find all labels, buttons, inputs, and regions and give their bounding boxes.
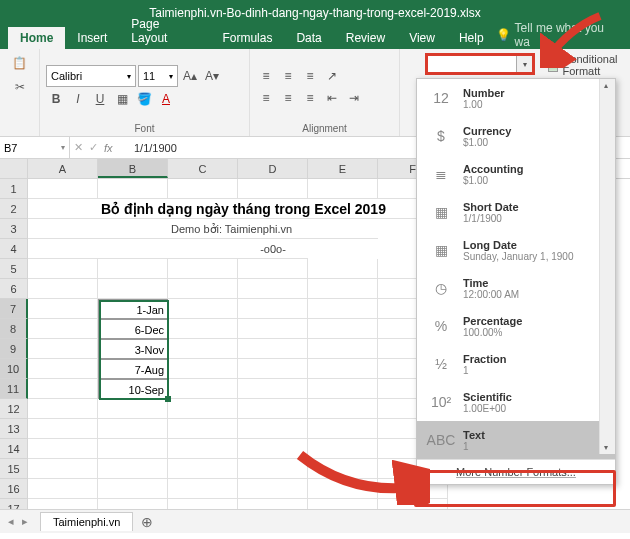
sheet-nav-last-icon[interactable]: ▸: [22, 515, 28, 528]
cancel-icon[interactable]: ✕: [74, 141, 83, 154]
ooo-cell[interactable]: -o0o-: [238, 239, 308, 259]
format-name: Currency: [463, 125, 511, 137]
data-cell[interactable]: 6-Dec: [98, 319, 168, 339]
sheet-nav-first-icon[interactable]: ◂: [8, 515, 14, 528]
row-header[interactable]: 14: [0, 439, 28, 459]
number-format-short-date[interactable]: ▦Short Date1/1/1900: [417, 193, 615, 231]
row-header[interactable]: 15: [0, 459, 28, 479]
align-bottom-icon[interactable]: ≡: [300, 66, 320, 86]
paste-icon[interactable]: 📋: [10, 53, 30, 73]
align-top-icon[interactable]: ≡: [256, 66, 276, 86]
indent-left-icon[interactable]: ⇤: [322, 88, 342, 108]
row-header[interactable]: 12: [0, 399, 28, 419]
col-header[interactable]: A: [28, 159, 98, 178]
col-header[interactable]: B: [98, 159, 168, 178]
name-box[interactable]: B7: [0, 137, 70, 158]
align-middle-icon[interactable]: ≡: [278, 66, 298, 86]
decrease-font-icon[interactable]: A▾: [202, 66, 222, 86]
data-cell[interactable]: 7-Aug: [98, 359, 168, 379]
tab-page-layout[interactable]: Page Layout: [119, 13, 210, 49]
number-format-time[interactable]: ◷Time12:00:00 AM: [417, 269, 615, 307]
row-header[interactable]: 5: [0, 259, 28, 279]
format-icon: $: [427, 123, 455, 149]
title-cell[interactable]: Bỏ định dạng ngày tháng trong Excel 2019: [98, 199, 448, 219]
format-sample: 1: [463, 441, 485, 452]
col-header[interactable]: C: [168, 159, 238, 178]
format-sample: 100.00%: [463, 327, 522, 338]
number-format-long-date[interactable]: ▦Long DateSunday, January 1, 1900: [417, 231, 615, 269]
tab-formulas[interactable]: Formulas: [210, 27, 284, 49]
row-header[interactable]: 3: [0, 219, 28, 239]
row-header[interactable]: 1: [0, 179, 28, 199]
number-format-percentage[interactable]: %Percentage100.00%: [417, 307, 615, 345]
add-sheet-button[interactable]: ⊕: [133, 514, 161, 530]
format-icon: ▦: [427, 237, 455, 263]
scrollbar[interactable]: [599, 79, 615, 454]
more-number-formats[interactable]: More Number Formats...: [417, 459, 615, 484]
format-sample: $1.00: [463, 175, 524, 186]
number-format-number[interactable]: 12Number1.00: [417, 79, 615, 117]
format-icon: 12: [427, 85, 455, 111]
data-cell[interactable]: 10-Sep: [98, 379, 168, 399]
font-size-select[interactable]: 11▾: [138, 65, 178, 87]
indent-right-icon[interactable]: ⇥: [344, 88, 364, 108]
bold-button[interactable]: B: [46, 89, 66, 109]
align-center-icon[interactable]: ≡: [278, 88, 298, 108]
number-format-menu: 12Number1.00$Currency$1.00≣Accounting$1.…: [416, 78, 616, 485]
underline-button[interactable]: U: [90, 89, 110, 109]
fx-icon[interactable]: fx: [104, 142, 113, 154]
number-format-scientific[interactable]: 10²Scientific1.00E+00: [417, 383, 615, 421]
row-header[interactable]: 13: [0, 419, 28, 439]
number-format-currency[interactable]: $Currency$1.00: [417, 117, 615, 155]
tab-help[interactable]: Help: [447, 27, 496, 49]
select-all-corner[interactable]: [0, 159, 28, 178]
chevron-down-icon[interactable]: ▾: [516, 56, 532, 72]
row-header[interactable]: 9: [0, 339, 28, 359]
increase-font-icon[interactable]: A▴: [180, 66, 200, 86]
enter-icon[interactable]: ✓: [89, 141, 98, 154]
tab-data[interactable]: Data: [284, 27, 333, 49]
format-sample: 1/1/1900: [463, 213, 519, 224]
tab-home[interactable]: Home: [8, 27, 65, 49]
row-header[interactable]: 8: [0, 319, 28, 339]
font-color-icon[interactable]: A: [156, 89, 176, 109]
row-header[interactable]: 16: [0, 479, 28, 499]
col-header[interactable]: E: [308, 159, 378, 178]
number-format-accounting[interactable]: ≣Accounting$1.00: [417, 155, 615, 193]
fill-color-icon[interactable]: 🪣: [134, 89, 154, 109]
align-right-icon[interactable]: ≡: [300, 88, 320, 108]
data-cell[interactable]: 3-Nov: [98, 339, 168, 359]
tab-view[interactable]: View: [397, 27, 447, 49]
font-family-select[interactable]: Calibri▾: [46, 65, 136, 87]
sheet-tab[interactable]: Taimienphi.vn: [40, 512, 133, 531]
ribbon-tabs: Home Insert Page Layout Formulas Data Re…: [0, 25, 630, 49]
row-header[interactable]: 6: [0, 279, 28, 299]
format-sample: Sunday, January 1, 1900: [463, 251, 573, 262]
row-header[interactable]: 4: [0, 239, 28, 259]
border-icon[interactable]: ▦: [112, 89, 132, 109]
orientation-icon[interactable]: ↗: [322, 66, 342, 86]
alignment-group: ≡ ≡ ≡ ↗ ≡ ≡ ≡ ⇤ ⇥ Alignment: [250, 49, 400, 136]
format-name: Scientific: [463, 391, 512, 403]
italic-button[interactable]: I: [68, 89, 88, 109]
format-name: Percentage: [463, 315, 522, 327]
tab-review[interactable]: Review: [334, 27, 397, 49]
cut-icon[interactable]: ✂: [10, 77, 30, 97]
data-cell[interactable]: 1-Jan: [98, 299, 168, 319]
col-header[interactable]: D: [238, 159, 308, 178]
format-name: Number: [463, 87, 505, 99]
format-icon: ◷: [427, 275, 455, 301]
row-header[interactable]: 7: [0, 299, 28, 319]
format-icon: ½: [427, 351, 455, 377]
row-header[interactable]: 2: [0, 199, 28, 219]
tab-insert[interactable]: Insert: [65, 27, 119, 49]
number-format-text[interactable]: ABCText1: [417, 421, 615, 459]
number-format-dropdown[interactable]: ▾: [425, 53, 535, 75]
annotation-arrow: [540, 8, 610, 68]
row-header[interactable]: 10: [0, 359, 28, 379]
align-left-icon[interactable]: ≡: [256, 88, 276, 108]
format-icon: ABC: [427, 427, 455, 453]
subtitle-cell[interactable]: Demo bởi: Taimienphi.vn: [168, 219, 378, 239]
number-format-fraction[interactable]: ½Fraction1: [417, 345, 615, 383]
row-header[interactable]: 11: [0, 379, 28, 399]
